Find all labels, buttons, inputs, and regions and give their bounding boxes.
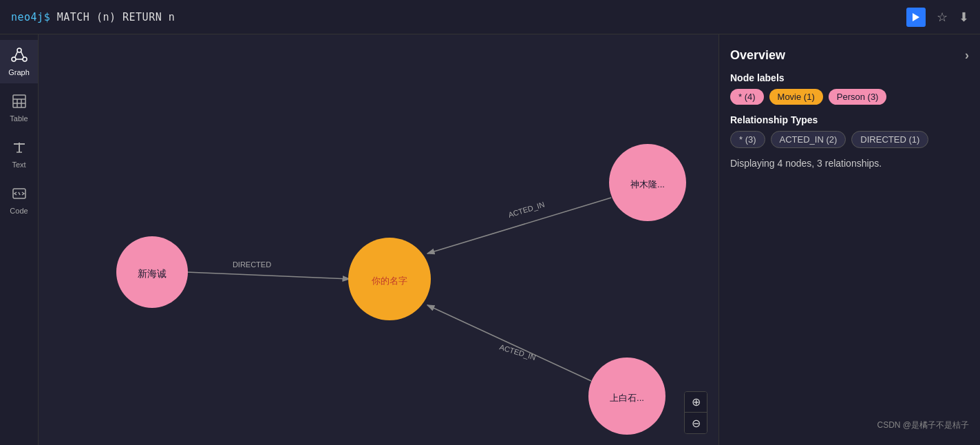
svg-line-3	[14, 52, 17, 58]
prompt-label: neo4j$	[11, 11, 50, 23]
badge-person[interactable]: Person (3)	[829, 89, 887, 105]
status-text: Displaying 4 nodes, 3 relationships.	[730, 158, 969, 169]
zoom-in-button[interactable]: ⊕	[685, 392, 707, 413]
svg-line-4	[21, 52, 23, 58]
node-labels-title: Node labels	[730, 72, 969, 83]
favorite-button[interactable]: ☆	[937, 10, 948, 25]
relationship-types-title: Relationship Types	[730, 114, 969, 125]
svg-point-0	[17, 48, 21, 52]
right-panel: Overview › Node labels * (4) Movie (1) P…	[718, 34, 980, 445]
panel-collapse-button[interactable]: ›	[965, 48, 969, 63]
badge-movie[interactable]: Movie (1)	[769, 89, 823, 105]
sidebar-item-graph[interactable]: Graph	[0, 40, 38, 83]
sidebar-item-code[interactable]: Code	[0, 178, 38, 222]
table-icon	[11, 93, 28, 112]
node-label-xinhaicheng: 新海诚	[138, 268, 167, 279]
badge-all-nodes[interactable]: * (4)	[730, 89, 764, 105]
sidebar-item-table[interactable]: Table	[0, 86, 38, 130]
panel-header: Overview ›	[730, 48, 969, 63]
graph-label: Graph	[8, 68, 30, 76]
table-label: Table	[10, 114, 28, 123]
edge-directed	[187, 272, 350, 279]
edge-actedin-bottom	[427, 305, 591, 381]
node-labels-section: Node labels * (4) Movie (1) Person (3)	[730, 72, 969, 105]
top-bar: neo4j$ MATCH (n) RETURN n ☆ ⬇	[0, 0, 980, 34]
run-button[interactable]	[906, 8, 926, 27]
code-label: Code	[10, 207, 28, 215]
node-label-shenmulong: 神木隆...	[630, 179, 665, 189]
edge-actedin-top	[427, 198, 611, 253]
graph-icon	[11, 47, 28, 65]
svg-point-1	[12, 57, 16, 61]
text-icon	[11, 139, 28, 158]
left-sidebar: Graph Table Te	[0, 34, 39, 445]
zoom-controls: ⊕ ⊖	[684, 391, 707, 434]
zoom-out-button[interactable]: ⊖	[685, 413, 707, 433]
node-label-shangbaishi: 上白石...	[610, 393, 644, 403]
main-layout: Graph Table Te	[0, 34, 980, 445]
top-bar-actions: ☆ ⬇	[906, 8, 969, 27]
text-label: Text	[12, 161, 25, 169]
svg-rect-6	[13, 95, 25, 107]
badge-actedin[interactable]: ACTED_IN (2)	[771, 131, 846, 148]
svg-point-2	[23, 57, 27, 61]
relationship-badges: * (3) ACTED_IN (2) DIRECTED (1)	[730, 131, 969, 148]
svg-line-15	[19, 192, 20, 195]
node-label-yourname: 你的名字	[371, 276, 407, 286]
query-text: MATCH (n) RETURN n	[50, 11, 175, 23]
query-display: neo4j$ MATCH (n) RETURN n	[11, 11, 906, 23]
code-icon	[11, 185, 28, 204]
badge-all-relationships[interactable]: * (3)	[730, 131, 765, 148]
edge-label-directed: DIRECTED	[233, 260, 271, 269]
relationship-types-section: Relationship Types * (3) ACTED_IN (2) DI…	[730, 114, 969, 148]
panel-title: Overview	[730, 48, 785, 63]
edge-label-actedin-top: ACTED_IN	[507, 200, 546, 218]
graph-canvas: DIRECTED ACTED_IN ACTED_IN 新海诚 你的名字 神木隆.…	[39, 34, 718, 445]
sidebar-item-text[interactable]: Text	[0, 132, 38, 176]
footer-credit: CSDN @是橘子不是桔子	[730, 420, 969, 431]
edge-label-actedin-bottom: ACTED_IN	[498, 342, 537, 361]
badge-directed[interactable]: DIRECTED (1)	[851, 131, 928, 148]
node-labels-badges: * (4) Movie (1) Person (3)	[730, 89, 969, 105]
graph-svg: DIRECTED ACTED_IN ACTED_IN 新海诚 你的名字 神木隆.…	[39, 34, 718, 445]
download-button[interactable]: ⬇	[959, 10, 969, 25]
